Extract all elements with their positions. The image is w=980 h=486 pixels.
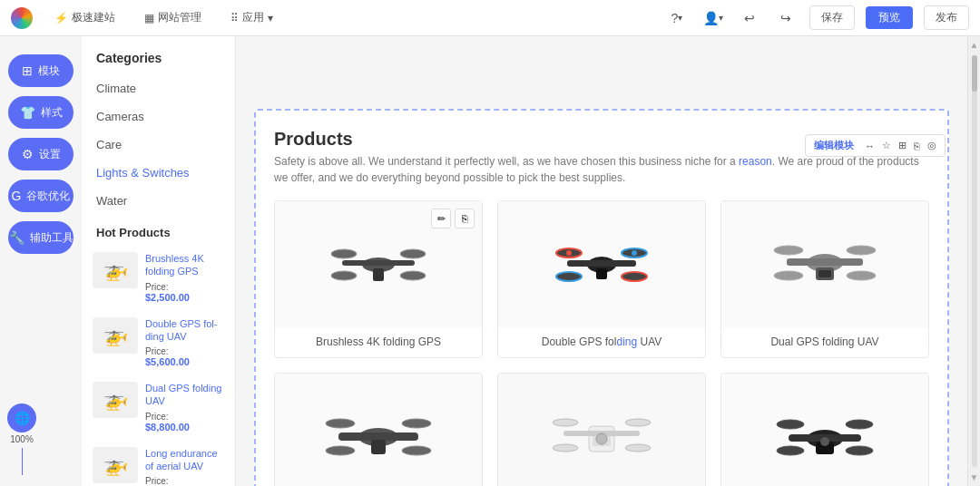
product-card-2[interactable]: Dual GPS folding UAV <box>720 200 929 358</box>
hot-product-0-info: Brushless 4K folding GPS Price: $2,500.0… <box>145 252 224 303</box>
apps-btn[interactable]: ⠿ 应用 ▾ <box>223 6 280 29</box>
drone-svg-5 <box>770 401 879 473</box>
svg-point-20 <box>774 271 803 280</box>
redo-btn[interactable]: ↪ <box>773 5 799 31</box>
hot-product-1-price: $5,600.00 <box>145 356 224 367</box>
section-edit-toolbar: 编辑模块 ↔ ☆ ⊞ ⎘ ◎ <box>805 134 946 157</box>
svg-point-3 <box>400 249 426 258</box>
svg-point-35 <box>625 419 651 426</box>
desc-link-name-1[interactable]: ding <box>616 335 637 348</box>
product-card-5[interactable]: Long range four-axis vehicle <box>720 373 929 486</box>
zoom-icon-btn[interactable]: 🌐 <box>7 403 36 433</box>
card-edit-btn-0[interactable]: ✏ <box>431 209 451 228</box>
hot-product-1[interactable]: 🚁 Double GPS fol­ding UAV Price: $5,600.… <box>82 310 235 375</box>
product-card-0[interactable]: ✏ ⎘ Brushless 4K folding GPS <box>274 200 483 358</box>
product-card-3[interactable]: Folding UAV 4K aerial photography <box>274 373 483 486</box>
svg-point-21 <box>847 271 876 280</box>
svg-rect-30 <box>371 440 386 454</box>
category-lights-switches[interactable]: Lights & Switches <box>82 159 235 187</box>
products-description: Safety is above all. We understand it pe… <box>274 153 929 186</box>
svg-rect-15 <box>596 268 607 279</box>
product-name-1: Double GPS folding UAV <box>498 328 705 357</box>
products-section: Products Safety is above all. We underst… <box>254 109 949 486</box>
settings-label: 设置 <box>39 147 61 162</box>
top-toolbar: ⚡ 极速建站 ▦ 网站管理 ⠿ 应用 ▾ ? ▾ 👤 ▾ ↩ ↪ 保存 预览 发… <box>0 0 980 36</box>
content-area: 编辑模块 ↔ ☆ ⊞ ⎘ ◎ Products Safety is above … <box>236 36 967 486</box>
scroll-down-arrow[interactable]: ▼ <box>970 472 979 482</box>
star-toolbar-icon[interactable]: ☆ <box>879 138 894 153</box>
hot-product-2[interactable]: 🚁 Dual GPS folding UAV Price: $8,800.00 <box>82 374 235 440</box>
copy-toolbar-icon[interactable]: ⎘ <box>911 139 923 153</box>
product-name-2: Dual GPS folding UAV <box>721 328 928 357</box>
main-area: ⊞ 模块 👕 样式 ⚙ 设置 G 谷歌优化 🔧 辅助工具 🌐 100% Cat <box>0 36 980 486</box>
quick-build-btn[interactable]: ⚡ 极速建站 <box>47 6 122 29</box>
tools-btn[interactable]: 🔧 辅助工具 <box>8 221 74 254</box>
svg-point-43 <box>777 446 804 455</box>
product-image-5 <box>721 374 928 486</box>
site-manage-btn[interactable]: ▦ 网站管理 <box>137 6 209 29</box>
undo-btn[interactable]: ↩ <box>737 5 762 31</box>
scroll-thumb <box>972 55 977 92</box>
hot-product-3-image: 🚁 <box>93 447 138 483</box>
svg-point-42 <box>846 420 873 429</box>
drone-icon-0: 🚁 <box>103 258 128 282</box>
help-btn[interactable]: ? ▾ <box>664 5 690 31</box>
svg-point-41 <box>777 420 804 429</box>
hot-product-0[interactable]: 🚁 Brushless 4K folding GPS Price: $2,500… <box>82 245 235 310</box>
grid-toolbar-icon[interactable]: ⊞ <box>896 138 909 153</box>
svg-point-4 <box>331 271 357 280</box>
product-image-4 <box>498 374 705 486</box>
svg-point-26 <box>326 419 355 428</box>
drone-svg-2 <box>770 228 879 301</box>
drone-svg-1 <box>547 228 656 301</box>
scroll-up-arrow[interactable]: ▲ <box>970 40 979 50</box>
svg-rect-25 <box>338 433 418 441</box>
product-card-4[interactable]: Long endurance of aerial UAV <box>497 373 706 486</box>
svg-point-28 <box>326 446 355 455</box>
modules-btn[interactable]: ⊞ 模块 <box>8 54 74 87</box>
eye-toolbar-icon[interactable]: ◎ <box>925 138 939 153</box>
styles-label: 样式 <box>41 105 63 121</box>
redo-icon: ↪ <box>780 11 791 25</box>
svg-rect-1 <box>342 260 415 266</box>
category-climate[interactable]: Climate <box>82 74 235 102</box>
desc-link-1[interactable]: reason <box>739 155 772 168</box>
seo-btn[interactable]: G 谷歌优化 <box>8 180 74 212</box>
product-card-1[interactable]: Double GPS folding UAV <box>497 200 706 358</box>
user-btn[interactable]: 👤 ▾ <box>701 5 726 31</box>
hot-product-3-info: Long endurance of aerial UAV Price: $7,5… <box>145 447 224 486</box>
category-care[interactable]: Care <box>82 131 235 159</box>
categories-panel: Categories Climate Cameras Care Lights &… <box>82 36 236 486</box>
hot-product-3-name: Long endurance of aerial UAV <box>145 447 224 473</box>
styles-btn[interactable]: 👕 样式 <box>8 96 74 129</box>
hot-product-2-image: 🚁 <box>93 382 138 418</box>
drone-svg-3 <box>324 401 433 473</box>
settings-btn[interactable]: ⚙ 设置 <box>8 138 74 170</box>
hot-product-0-image: 🚁 <box>93 252 138 288</box>
category-water[interactable]: Water <box>82 187 235 215</box>
svg-rect-6 <box>373 268 384 281</box>
logo-icon <box>11 7 33 29</box>
preview-button[interactable]: 预览 <box>866 6 913 29</box>
hot-product-0-price: $2,500.00 <box>145 292 224 303</box>
card-copy-btn-0[interactable]: ⎘ <box>455 209 475 228</box>
svg-point-34 <box>553 419 578 426</box>
undo-icon: ↩ <box>744 11 755 25</box>
svg-point-44 <box>846 446 873 455</box>
hot-product-2-info: Dual GPS folding UAV Price: $8,800.00 <box>145 382 224 433</box>
category-cameras[interactable]: Cameras <box>82 102 235 131</box>
scroll-track[interactable] <box>972 55 977 467</box>
modules-label: 模块 <box>38 63 60 79</box>
apps-icon: ⠿ <box>230 12 239 24</box>
save-button[interactable]: 保存 <box>809 5 855 30</box>
drone-icon-3: 🚁 <box>103 453 128 477</box>
publish-button[interactable]: 发布 <box>924 5 969 30</box>
move-icon[interactable]: ↔ <box>862 139 877 153</box>
hot-product-3[interactable]: 🚁 Long endurance of aerial UAV Price: $7… <box>82 440 235 486</box>
hot-product-1-price-label: Price: <box>145 346 224 356</box>
chevron-down-icon: ▾ <box>268 12 273 24</box>
hot-product-0-price-label: Price: <box>145 282 224 292</box>
svg-point-12 <box>622 272 647 281</box>
svg-point-38 <box>596 433 607 444</box>
categories-title: Categories <box>82 51 235 74</box>
